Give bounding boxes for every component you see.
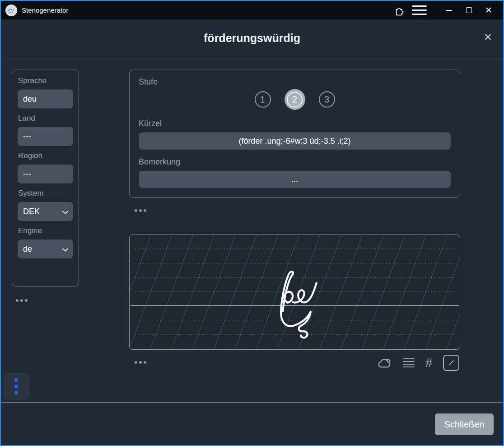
cloud-icon[interactable] [377,356,392,370]
lines-guides-icon[interactable] [403,358,415,368]
titlebar: Stenogenerator ✕ [1,1,503,19]
sprache-input[interactable] [18,89,73,108]
step-3-button[interactable]: 3 [319,91,335,108]
bemerkung-input[interactable] [139,171,451,188]
steno-drawing-canvas[interactable] [129,235,460,350]
steno-outline-drawing [281,272,317,338]
engine-label: Engine [18,226,73,235]
kuerzel-input[interactable] [139,132,451,150]
step-2-button-selected[interactable]: 2 [285,89,305,110]
dialog-close-button[interactable]: ✕ [484,31,492,43]
entry-more-menu[interactable] [135,209,146,212]
app-window: Stenogenerator ✕ förderungswürdig ✕ Spra… [0,0,504,446]
entry-details-panel: Stufe 1 2 3 Kürzel Bemerkung [129,70,460,198]
sidebar-more-menu[interactable] [16,299,28,302]
window-close-button[interactable]: ✕ [479,1,499,19]
slant-guidelines [130,235,460,349]
dialog-title: förderungswürdig [1,32,503,45]
hamburger-menu-icon[interactable] [409,1,429,19]
extensions-puzzle-icon[interactable] [389,1,409,19]
schliessen-button[interactable]: Schließen [435,413,494,435]
land-input[interactable] [18,127,73,146]
engine-select[interactable] [18,239,73,258]
region-input[interactable] [18,164,73,183]
kuerzel-label: Kürzel [139,119,451,128]
region-label: Region [18,151,73,160]
system-select[interactable] [18,202,73,221]
bottom-actions-menu[interactable] [3,373,30,400]
slant-lines-toggle-icon[interactable] [443,355,459,371]
hash-grid-icon[interactable]: # [425,356,432,370]
close-icon: ✕ [485,5,492,15]
step-1-button[interactable]: 1 [255,91,271,108]
canvas-toolbar: # [129,353,460,372]
bemerkung-label: Bemerkung [139,157,451,167]
land-label: Land [18,114,73,123]
maximize-button[interactable] [459,1,479,19]
sprache-label: Sprache [18,76,73,85]
app-logo-icon [5,5,17,16]
app-title: Stenogenerator [22,6,68,14]
stufe-step-selector: 1 2 3 [139,88,451,111]
system-label: System [18,189,73,198]
minimize-button[interactable] [439,1,459,19]
canvas-more-menu[interactable] [135,361,146,364]
close-icon: ✕ [484,31,492,43]
stufe-label: Stufe [139,77,451,87]
footer-divider [1,402,503,403]
dialog-header: förderungswürdig ✕ [1,19,503,58]
language-settings-panel: Sprache Land Region System Engine [12,70,79,287]
